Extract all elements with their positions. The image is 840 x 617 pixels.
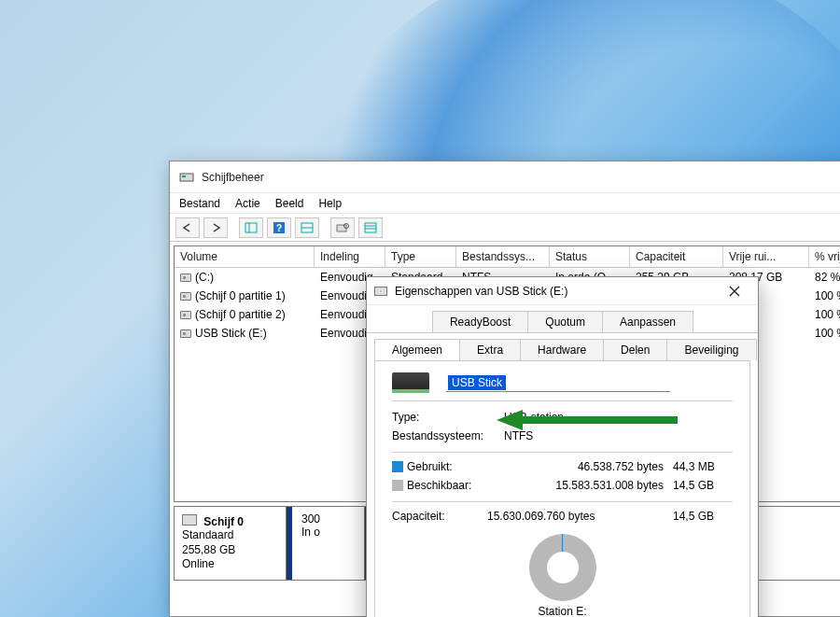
tab-customize[interactable]: Aanpassen [602, 311, 693, 332]
toolbar-refresh-button[interactable] [330, 217, 355, 238]
window-title: Schijfbeheer [202, 171, 264, 184]
disk-size: 255,88 GB [182, 543, 278, 558]
drive-icon [180, 311, 191, 319]
forward-button[interactable] [203, 217, 228, 238]
toolbar-pane-button[interactable] [239, 217, 263, 238]
disk-name: Schijf 0 [203, 515, 244, 528]
tab-quota[interactable]: Quotum [527, 311, 603, 332]
dialog-titlebar[interactable]: Eigenschappen van USB Stick (E:) [367, 277, 758, 305]
volume-list-header: Volume Indeling Type Bestandssys... Stat… [175, 246, 840, 268]
fs-value: NTFS [504, 429, 733, 442]
tab-row-back: ReadyBoost Quotum Aanpassen [367, 305, 758, 332]
tab-hardware[interactable]: Hardware [520, 339, 604, 360]
col-capacity[interactable]: Capaciteit [630, 246, 723, 267]
toolbar-list-button[interactable] [358, 217, 383, 238]
tab-extra[interactable]: Extra [459, 339, 521, 360]
general-tab-panel: USB Stick Type: USB-station Bestandssyst… [374, 360, 750, 617]
tab-security[interactable]: Beveiliging [666, 339, 756, 360]
free-bytes: 15.583.531.008 bytes [487, 479, 673, 492]
station-label: Station E: [392, 605, 733, 617]
properties-dialog: Eigenschappen van USB Stick (E:) ReadyBo… [366, 276, 759, 617]
used-bytes: 46.538.752 bytes [487, 460, 673, 473]
drive-illustration-icon [392, 372, 429, 393]
fs-label: Bestandssysteem: [392, 429, 504, 442]
menubar: Bestand Actie Beeld Help [170, 193, 840, 214]
menu-file[interactable]: Bestand [179, 197, 220, 210]
col-status[interactable]: Status [550, 246, 630, 267]
toolbar: ? [170, 214, 840, 242]
capacity-bytes: 15.630.069.760 bytes [487, 510, 673, 523]
tab-sharing[interactable]: Delen [603, 339, 667, 360]
type-label: Type: [392, 411, 504, 424]
used-label: Gebruikt: [407, 460, 487, 473]
disk-label-0[interactable]: Schijf 0 Standaard 255,88 GB Online [174, 506, 286, 581]
close-icon [729, 286, 740, 297]
back-button[interactable] [175, 217, 200, 238]
free-label: Beschikbaar: [407, 479, 487, 492]
used-human: 44,3 MB [673, 460, 733, 473]
col-volume[interactable]: Volume [175, 246, 315, 267]
col-layout[interactable]: Indeling [315, 246, 385, 267]
svg-rect-1 [182, 175, 186, 177]
disk-icon [182, 514, 197, 526]
col-fs[interactable]: Bestandssys... [456, 246, 550, 267]
volume-name-input[interactable]: USB Stick [446, 374, 670, 392]
titlebar[interactable]: Schijfbeheer — [170, 161, 840, 193]
app-icon [179, 170, 194, 185]
drive-icon [180, 273, 191, 282]
drive-icon [374, 287, 387, 296]
capacity-label: Capaciteit: [392, 510, 487, 523]
svg-rect-10 [365, 223, 376, 232]
dialog-title: Eigenschappen van USB Stick (E:) [395, 285, 567, 298]
disk-type: Standaard [182, 528, 278, 543]
toolbar-help-button[interactable]: ? [267, 217, 291, 238]
col-free[interactable]: Vrije rui... [723, 246, 809, 267]
volume-name-value: USB Stick [448, 375, 506, 390]
svg-text:?: ? [276, 223, 282, 233]
svg-rect-2 [245, 223, 257, 232]
menu-action[interactable]: Actie [235, 197, 260, 210]
capacity-human: 14,5 GB [673, 510, 733, 523]
menu-view[interactable]: Beeld [275, 197, 304, 210]
partition-box[interactable]: 300 In o [287, 507, 365, 580]
free-color-swatch [392, 480, 403, 491]
tab-general[interactable]: Algemeen [374, 339, 460, 360]
used-color-swatch [392, 461, 403, 472]
free-human: 14,5 GB [673, 479, 733, 492]
col-pctfree[interactable]: % vrij [809, 246, 840, 267]
col-type[interactable]: Type [385, 246, 456, 267]
menu-help[interactable]: Help [318, 197, 342, 210]
tab-row-front: Algemeen Extra Hardware Delen Beveiligin… [367, 332, 758, 360]
annotation-arrow-icon [497, 410, 683, 430]
tab-readyboost[interactable]: ReadyBoost [432, 311, 528, 332]
toolbar-grid-button[interactable] [295, 217, 319, 238]
svg-marker-14 [497, 410, 523, 430]
close-button[interactable] [719, 280, 750, 302]
usage-donut-chart [529, 534, 596, 601]
drive-icon [180, 292, 191, 301]
disk-status: Online [182, 557, 278, 572]
drive-icon [180, 330, 191, 338]
svg-rect-13 [519, 416, 678, 424]
